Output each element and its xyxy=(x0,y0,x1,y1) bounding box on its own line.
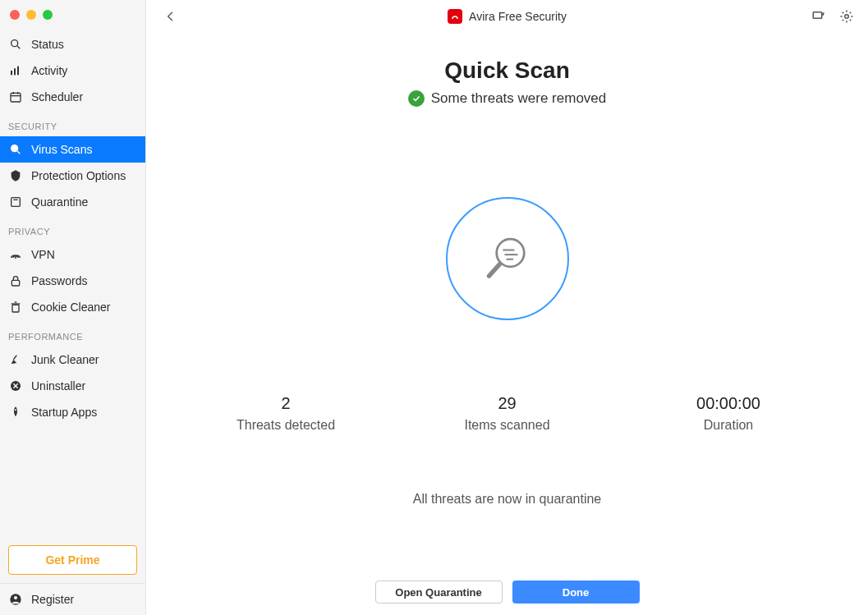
sidebar-item-passwords[interactable]: Passwords xyxy=(0,268,145,294)
svg-rect-11 xyxy=(11,198,21,207)
svg-point-13 xyxy=(15,257,16,259)
stat-label: Threats detected xyxy=(220,418,351,433)
stat-value: 2 xyxy=(220,394,351,413)
quarantine-icon xyxy=(8,195,23,209)
section-title-privacy: PRIVACY xyxy=(0,215,145,241)
svg-rect-14 xyxy=(11,280,19,286)
svg-point-9 xyxy=(11,145,18,152)
stat-label: Items scanned xyxy=(442,418,573,433)
checkmark-icon xyxy=(408,90,425,107)
get-prime-button[interactable]: Get Prime xyxy=(8,545,137,575)
scan-status-text: Some threats were removed xyxy=(431,90,607,107)
vpn-icon xyxy=(8,247,23,262)
sidebar-item-virus-scans[interactable]: Virus Scans xyxy=(0,136,145,163)
user-icon xyxy=(8,592,23,607)
window-minimize-button[interactable] xyxy=(26,10,36,20)
sidebar-item-label: Status xyxy=(31,38,64,51)
page-title: Quick Scan xyxy=(444,57,570,84)
uninstaller-icon xyxy=(8,379,23,393)
sidebar-item-label: Uninstaller xyxy=(31,379,85,392)
svg-rect-25 xyxy=(813,12,822,19)
sidebar-item-register[interactable]: Register xyxy=(0,583,145,615)
section-title-security: SECURITY xyxy=(0,110,145,136)
sidebar-item-label: Startup Apps xyxy=(31,406,97,419)
rocket-icon xyxy=(8,405,23,420)
sidebar-item-scheduler[interactable]: Scheduler xyxy=(0,84,145,110)
app-title: Avira Free Security xyxy=(469,10,567,23)
window-maximize-button[interactable] xyxy=(43,10,53,20)
sidebar-item-junk-cleaner[interactable]: Junk Cleaner xyxy=(0,347,145,373)
sidebar: Status Activity Scheduler SECURITY Virus… xyxy=(0,0,146,615)
sidebar-item-label: Junk Cleaner xyxy=(31,353,99,366)
sidebar-item-startup-apps[interactable]: Startup Apps xyxy=(0,399,145,425)
sidebar-item-cookie-cleaner[interactable]: Cookie Cleaner xyxy=(0,294,145,320)
app-title-wrap: Avira Free Security xyxy=(448,9,567,24)
svg-point-22 xyxy=(15,409,16,411)
main-content: Avira Free Security Quick Scan Some thre… xyxy=(146,0,868,615)
sidebar-item-status[interactable]: Status xyxy=(0,31,145,57)
scheduler-icon xyxy=(8,89,23,104)
section-title-performance: PERFORMANCE xyxy=(0,320,145,347)
sidebar-item-label: Scheduler xyxy=(31,90,83,103)
scan-status-line: Some threats were removed xyxy=(408,90,607,107)
svg-point-26 xyxy=(845,15,849,19)
sidebar-item-label: Activity xyxy=(31,64,67,77)
svg-line-10 xyxy=(17,151,20,154)
sidebar-item-label: VPN xyxy=(31,248,55,261)
sidebar-item-vpn[interactable]: VPN xyxy=(0,241,145,268)
sidebar-item-label: Passwords xyxy=(31,274,87,287)
stat-duration: 00:00:00 Duration xyxy=(663,394,794,433)
activity-icon xyxy=(8,63,23,78)
topbar: Avira Free Security xyxy=(146,0,868,33)
svg-line-31 xyxy=(489,264,499,276)
trash-icon xyxy=(8,300,23,314)
sidebar-item-label: Register xyxy=(31,593,74,606)
stat-threats-detected: 2 Threats detected xyxy=(220,394,351,433)
open-quarantine-button[interactable]: Open Quarantine xyxy=(375,581,503,604)
done-button[interactable]: Done xyxy=(512,581,640,604)
sidebar-item-protection-options[interactable]: Protection Options xyxy=(0,163,145,189)
stat-value: 29 xyxy=(442,394,573,413)
virus-scan-icon xyxy=(8,142,23,157)
sidebar-item-label: Quarantine xyxy=(31,195,88,209)
svg-line-18 xyxy=(13,356,16,360)
svg-rect-2 xyxy=(11,71,12,75)
avira-logo-icon xyxy=(448,9,462,24)
window-controls xyxy=(0,0,145,31)
gear-icon[interactable] xyxy=(838,8,855,25)
sidebar-item-activity[interactable]: Activity xyxy=(0,57,145,84)
stat-label: Duration xyxy=(663,418,794,433)
window-close-button[interactable] xyxy=(10,10,20,20)
stat-items-scanned: 29 Items scanned xyxy=(442,394,573,433)
feedback-icon[interactable] xyxy=(811,8,827,25)
sidebar-item-label: Virus Scans xyxy=(31,143,92,156)
sidebar-item-uninstaller[interactable]: Uninstaller xyxy=(0,373,145,399)
bottom-button-row: Open Quarantine Done xyxy=(375,581,640,604)
svg-rect-15 xyxy=(12,305,19,312)
broom-icon xyxy=(8,352,23,367)
svg-rect-4 xyxy=(17,67,19,76)
sidebar-item-quarantine[interactable]: Quarantine xyxy=(0,189,145,215)
svg-line-1 xyxy=(17,46,20,48)
svg-rect-5 xyxy=(11,93,21,102)
sidebar-item-label: Protection Options xyxy=(31,169,126,182)
svg-rect-3 xyxy=(14,68,16,75)
status-icon xyxy=(8,37,23,52)
svg-point-24 xyxy=(14,596,17,599)
lock-icon xyxy=(8,273,23,288)
shield-icon xyxy=(8,168,23,183)
scan-stats-row: 2 Threats detected 29 Items scanned 00:0… xyxy=(146,394,868,433)
back-button[interactable] xyxy=(163,8,179,25)
stat-value: 00:00:00 xyxy=(663,394,794,413)
svg-point-0 xyxy=(11,40,18,47)
quarantine-message: All threats are now in quarantine xyxy=(413,492,601,507)
sidebar-item-label: Cookie Cleaner xyxy=(31,301,111,314)
scan-illustration xyxy=(446,197,569,320)
